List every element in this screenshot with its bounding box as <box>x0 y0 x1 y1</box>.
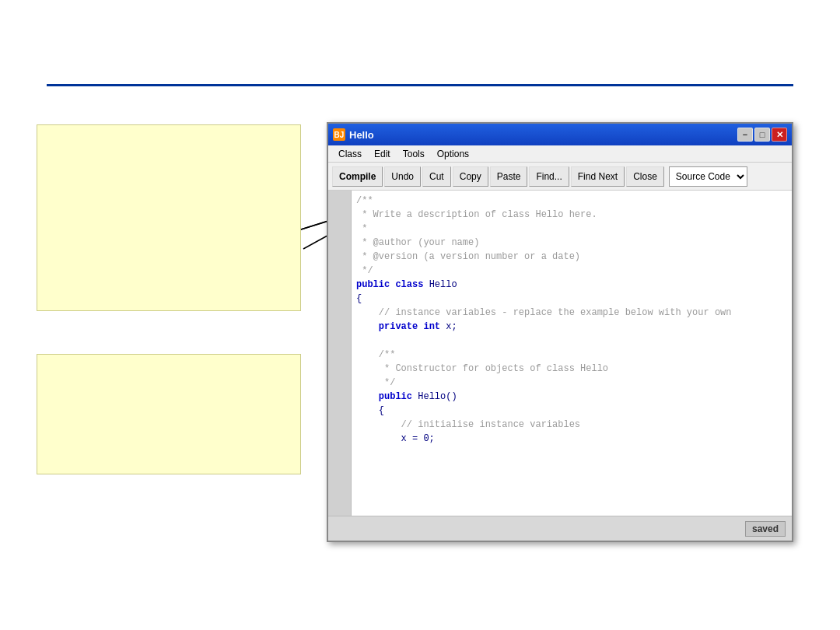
editor-window: BJ Hello − □ ✕ Class Edit Tools Options … <box>327 122 793 542</box>
line-gutter <box>328 191 352 516</box>
sticky-note-bottom <box>37 354 301 474</box>
compile-button[interactable]: Compile <box>332 166 383 187</box>
close-button[interactable]: Close <box>626 166 664 187</box>
title-bar: BJ Hello − □ ✕ <box>328 124 792 145</box>
title-buttons: − □ ✕ <box>737 128 787 142</box>
view-selector[interactable]: Source CodeBytecode <box>669 166 747 187</box>
cut-button[interactable]: Cut <box>422 166 451 187</box>
code-area: /** * Write a description of class Hello… <box>328 191 792 516</box>
find-button[interactable]: Find... <box>529 166 569 187</box>
window-title: Hello <box>349 129 374 141</box>
code-editor[interactable]: /** * Write a description of class Hello… <box>352 191 792 516</box>
close-window-button[interactable]: ✕ <box>772 128 787 142</box>
menu-options[interactable]: Options <box>431 147 475 161</box>
status-bar: saved <box>328 516 792 541</box>
title-bar-left: BJ Hello <box>333 128 374 141</box>
copy-button[interactable]: Copy <box>453 166 488 187</box>
menu-bar: Class Edit Tools Options <box>328 145 792 163</box>
paste-button[interactable]: Paste <box>490 166 528 187</box>
menu-edit[interactable]: Edit <box>368 147 397 161</box>
app-icon: BJ <box>333 128 345 141</box>
minimize-button[interactable]: − <box>737 128 753 142</box>
menu-class[interactable]: Class <box>332 147 368 161</box>
undo-button[interactable]: Undo <box>384 166 421 187</box>
status-text: saved <box>745 521 786 537</box>
find-next-button[interactable]: Find Next <box>571 166 625 187</box>
top-divider-line <box>47 84 793 86</box>
menu-tools[interactable]: Tools <box>397 147 431 161</box>
toolbar: Compile Undo Cut Copy Paste Find... Find… <box>328 163 792 191</box>
maximize-button[interactable]: □ <box>754 128 770 142</box>
sticky-note-top <box>37 124 301 311</box>
view-selector-wrapper: Source CodeBytecode <box>669 166 747 187</box>
